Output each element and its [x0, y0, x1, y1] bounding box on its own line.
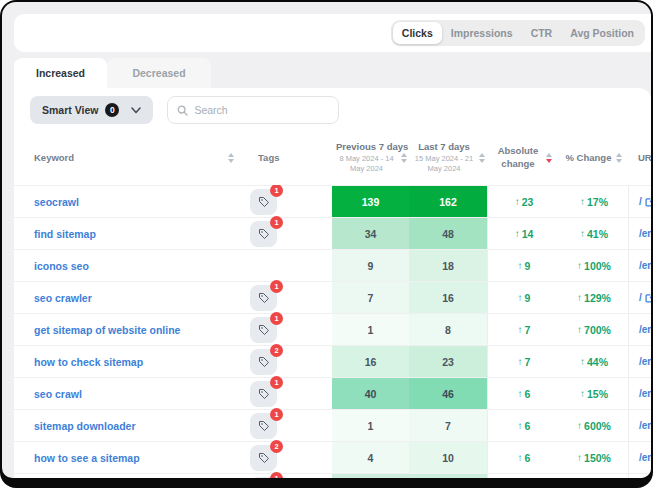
column-label-url: URL [638, 152, 651, 163]
url-link[interactable]: /en/ [639, 228, 651, 239]
search-icon [177, 105, 188, 116]
url-link[interactable]: /en/ [639, 260, 651, 271]
pct-value: 129% [584, 292, 611, 304]
keyword-link[interactable]: sitemap downloader [34, 420, 136, 432]
absolute-change-cell: ↑ 6 [487, 442, 560, 473]
sort-button-previous[interactable] [401, 153, 407, 163]
page-background: Clicks Impressions CTR Avg Position Incr… [2, 2, 651, 478]
table-header: Keyword Tags Previous 7 days 8 May 2024 … [14, 130, 651, 185]
absolute-change-cell: ↑ 14 [487, 218, 560, 249]
tag-button[interactable]: 2 [250, 445, 277, 471]
tags-cell: 2 [244, 346, 332, 377]
table-row: get sitemap of website online 1 1 8 ↑ 7 … [14, 313, 651, 345]
percent-change-cell: ↑ 15% [560, 378, 628, 409]
percent-change-cell: ↑ 600% [560, 410, 628, 441]
smart-view-dropdown[interactable]: Smart View 0 [30, 96, 153, 124]
keyword-link[interactable]: seo crawl [34, 388, 82, 400]
tab-increased[interactable]: Increased [14, 58, 107, 88]
tag-count-badge: 1 [270, 185, 283, 197]
keyword-link[interactable]: seo crawler [34, 292, 92, 304]
tag-button[interactable]: 1 [250, 285, 277, 311]
abs-value: 9 [525, 292, 531, 304]
tag-button[interactable]: 1 [250, 413, 277, 439]
search-input[interactable] [194, 104, 329, 116]
column-daterange-previous: 8 May 2024 - 14 May 2024 [336, 154, 397, 174]
absolute-change-cell [487, 474, 560, 478]
prev-cell: 34 [332, 218, 409, 249]
last-cell: 7 [409, 410, 487, 441]
up-arrow: ↑ [518, 421, 523, 431]
abs-value: 9 [525, 260, 531, 272]
filters-row: Smart View 0 [30, 96, 339, 124]
tag-count-badge: 1 [270, 216, 283, 229]
absolute-change-cell: ↑ 6 [487, 410, 560, 441]
abs-value: 6 [525, 420, 531, 432]
percent-change-cell: ↑ 700% [560, 314, 628, 345]
tag-icon [258, 228, 270, 240]
keyword-link[interactable]: find sitemap [34, 228, 96, 240]
url-link-text: / [639, 292, 642, 303]
tag-count-badge: 1 [270, 376, 283, 389]
tag-button[interactable]: 1 [250, 189, 277, 215]
absolute-change-cell: ↑ 9 [487, 282, 560, 313]
url-link[interactable]: /en/ [639, 324, 651, 335]
url-link[interactable]: / [639, 292, 651, 303]
keyword-link[interactable]: how to check sitemap [34, 356, 143, 368]
metric-tab-avg-position[interactable]: Avg Position [561, 22, 643, 44]
keyword-cell: sitemap downloader [14, 410, 244, 441]
up-arrow: ↑ [518, 261, 523, 271]
tags-cell: 1 [244, 218, 332, 249]
absolute-change-cell: ↑ 23 [487, 186, 560, 217]
url-link[interactable]: / [639, 196, 651, 207]
column-label-last: Last 7 days [413, 141, 475, 152]
prev-cell: 7 [332, 282, 409, 313]
abs-value: 7 [525, 356, 531, 368]
metric-tab-impressions[interactable]: Impressions [442, 22, 522, 44]
sort-button-percent-change[interactable] [616, 153, 622, 163]
url-link-text: /en/ [639, 388, 651, 399]
last-cell: 16 [409, 282, 487, 313]
tags-cell: 1 [244, 378, 332, 409]
table-row: iconos seo 9 18 ↑ 9 ↑ 100% /en/ [14, 249, 651, 281]
url-cell: /en/ [628, 314, 651, 345]
url-link-text: /en/ [639, 228, 651, 239]
tags-cell: 1 [244, 186, 332, 217]
url-link[interactable]: /en/ [639, 420, 651, 431]
tab-decreased[interactable]: Decreased [107, 58, 211, 88]
keyword-cell: seo crawl [14, 378, 244, 409]
url-link[interactable]: /en/ [639, 388, 651, 399]
tag-icon [258, 324, 270, 336]
keyword-link[interactable]: iconos seo [34, 260, 89, 272]
sort-button-last[interactable] [479, 153, 485, 163]
url-link[interactable]: /en/ [639, 452, 651, 463]
tag-button[interactable]: 1 [250, 381, 277, 407]
url-link[interactable]: /en/ [639, 356, 651, 367]
keyword-link[interactable]: how to see a sitemap [34, 452, 140, 464]
prev-cell: 1 [332, 410, 409, 441]
percent-change-cell [560, 474, 628, 478]
pct-value: 44% [587, 356, 608, 368]
sort-button-absolute-change[interactable] [546, 153, 552, 163]
sort-button-keyword[interactable] [228, 153, 234, 163]
prev-cell: 139 [332, 186, 409, 217]
tag-button[interactable]: 1 [250, 317, 277, 343]
url-link-text: /en/ [639, 260, 651, 271]
url-cell: /en/ [628, 378, 651, 409]
last-cell: 8 [409, 314, 487, 345]
external-link-icon [645, 292, 651, 303]
tag-button[interactable]: 1 [250, 477, 277, 479]
tag-count-badge: 2 [270, 344, 283, 357]
tag-button[interactable]: 2 [250, 349, 277, 375]
table-row: seo crawl 1 40 46 ↑ 6 ↑ 15% /en/ [14, 377, 651, 409]
keyword-link[interactable]: get sitemap of website online [34, 324, 180, 336]
column-header-tags: Tags [244, 152, 332, 163]
table-row: how to check sitemap 2 16 23 ↑ 7 ↑ 44% /… [14, 345, 651, 377]
metric-tab-clicks[interactable]: Clicks [393, 22, 442, 44]
metric-tab-ctr[interactable]: CTR [522, 22, 562, 44]
url-link-text: /en/ [639, 452, 651, 463]
keyword-link[interactable]: seocrawl [34, 196, 79, 208]
keyword-cell: iconos seo [14, 250, 244, 281]
percent-change-cell: ↑ 41% [560, 218, 628, 249]
column-header-last-7-days: Last 7 days 15 May 2024 - 21 May 2024 [409, 141, 487, 174]
tag-button[interactable]: 1 [250, 221, 277, 247]
